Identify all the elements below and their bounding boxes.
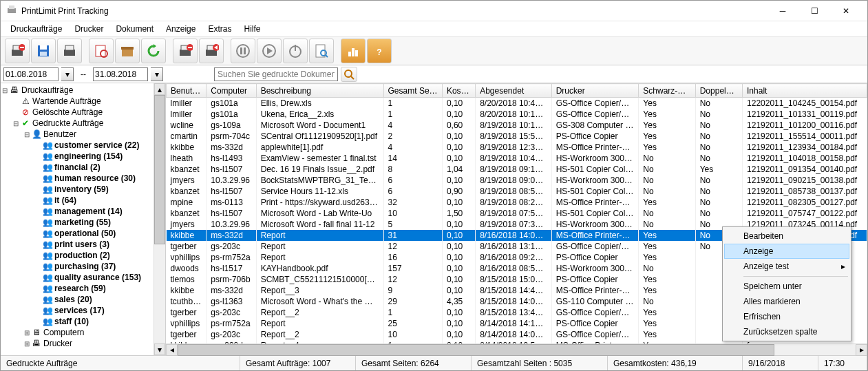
table-row[interactable]: kkibbems-332dapplewhite[1].pdf40,108/19/… — [167, 142, 867, 153]
search-input[interactable] — [214, 67, 338, 81]
scroll-down-icon[interactable]: ▾ — [154, 343, 165, 355]
cell: 12192011_085738_00137.pdf — [743, 186, 867, 197]
column-header[interactable]: Beschreibung — [256, 84, 383, 98]
users-icon: 👥 — [42, 294, 53, 305]
toolbar-archive-icon[interactable] — [115, 39, 140, 63]
table-row[interactable]: mpinems-0113Print - https://skyward.usd2… — [167, 197, 867, 208]
column-header[interactable]: Abgesendet — [476, 84, 552, 98]
menu-drucker[interactable]: Drucker — [69, 23, 109, 35]
toolbar-printer-cancel-icon[interactable] — [173, 39, 198, 63]
tree-user-item[interactable]: 👥it (64) — [1, 195, 154, 206]
table-row[interactable]: kbanzeths-l1507Microsoft Word - Lab Writ… — [167, 208, 867, 219]
cell: GS-Office Copier/Print... — [551, 109, 639, 120]
tree-user-item[interactable]: 👥customer service (22) — [1, 140, 154, 151]
tree-user-item[interactable]: 👥research (59) — [1, 283, 154, 294]
tree-user-item[interactable]: 👥sales (20) — [1, 294, 154, 305]
toolbar-printer-back-icon[interactable] — [199, 39, 224, 63]
tree-user-item[interactable]: 👥financial (2) — [1, 162, 154, 173]
scroll-thumb[interactable] — [154, 95, 165, 244]
cell: hs-l1507 — [207, 208, 256, 219]
cell: 0,10 — [442, 153, 475, 164]
table-row[interactable]: jmyers10.3.29.96BockStatsMWPTBRG_31_Test… — [167, 175, 867, 186]
tree-printers[interactable]: ⊞🖶Drucker — [1, 338, 154, 349]
menu-dokument[interactable]: Dokument — [110, 23, 159, 35]
close-button[interactable]: ✕ — [830, 1, 862, 21]
scroll-up-icon[interactable]: ▴ — [154, 83, 165, 95]
status-left: Gedruckte Aufträge — [1, 356, 240, 370]
menu-hilfe[interactable]: Hilfe — [238, 23, 266, 35]
tree-user-item[interactable]: 👥purchasing (37) — [1, 261, 154, 272]
menu-anzeige[interactable]: Anzeige — [160, 23, 201, 35]
tree-user-item[interactable]: 👥management (14) — [1, 206, 154, 217]
tree-user-item[interactable]: 👥print users (3) — [1, 239, 154, 250]
ctx-edit[interactable]: Bearbeiten — [724, 229, 849, 244]
sidebar-scrollbar[interactable]: ▴ ▾ — [154, 83, 165, 355]
toolbar-printer-remove-icon[interactable] — [5, 39, 30, 63]
column-header[interactable]: Benutzer — [167, 84, 207, 98]
table-header-row[interactable]: BenutzerComputerBeschreibungGesamt Seite… — [167, 84, 867, 98]
table-row[interactable]: kbanzeths-l1507Service Hours 11-12.xls60… — [167, 186, 867, 197]
tree-user-item[interactable]: 👥engineering (154) — [1, 151, 154, 162]
date-from-input[interactable] — [3, 67, 59, 81]
column-header[interactable]: Gesamt Seiten — [383, 84, 442, 98]
grid-hscroll[interactable]: ◂ ▸ — [166, 343, 867, 355]
cell: GS-Office Copier/Print... — [551, 329, 639, 340]
column-header[interactable]: Schwarz-weiß — [639, 84, 695, 98]
table-row[interactable]: cmartinpsrm-704cSCentral Of11121909520[1… — [167, 131, 867, 142]
ctx-select-all[interactable]: Alles markieren — [724, 294, 849, 309]
date-to-dropdown[interactable]: ▾ — [151, 67, 163, 81]
column-header[interactable]: Doppelseitig — [695, 84, 742, 98]
table-row[interactable]: lmillergs101aEllis, Drew.xls10,108/20/20… — [167, 98, 867, 109]
toolbar-document-search-icon[interactable] — [309, 39, 334, 63]
menu-extras[interactable]: Extras — [202, 23, 237, 35]
cell: Print - https://skyward.usd263.co... — [256, 197, 383, 208]
tree-user-item[interactable]: 👥production (2) — [1, 250, 154, 261]
tree-users[interactable]: ⊟👤Benutzer — [1, 129, 154, 140]
ctx-view-test[interactable]: Anzeige test▸ — [724, 259, 849, 274]
toolbar-preview-icon[interactable] — [89, 39, 114, 63]
ctx-refresh[interactable]: Erfrischen — [724, 309, 849, 324]
table-row[interactable]: kbanzeths-l1507Dec. 16 19 Finals Issue__… — [167, 164, 867, 175]
column-header[interactable]: Inhalt — [743, 84, 867, 98]
tree-user-item[interactable]: 👥human resource (30) — [1, 173, 154, 184]
column-header[interactable]: Computer — [207, 84, 256, 98]
tree-user-item[interactable]: 👥quality asurance (153) — [1, 272, 154, 283]
toolbar-save-icon[interactable] — [31, 39, 56, 63]
search-button[interactable] — [341, 67, 357, 82]
maximize-button[interactable]: ☐ — [798, 1, 830, 21]
toolbar-print-icon[interactable] — [57, 39, 82, 63]
tree-user-item[interactable]: 👥inventory (59) — [1, 184, 154, 195]
column-header[interactable]: Drucker — [551, 84, 639, 98]
toolbar-help-icon[interactable]: ? — [367, 39, 392, 63]
date-from-dropdown[interactable]: ▾ — [61, 67, 74, 81]
tree-user-item[interactable]: 👥marketing (55) — [1, 217, 154, 228]
scroll-right-icon[interactable]: ▸ — [856, 344, 867, 356]
scroll-left-icon[interactable]: ◂ — [166, 344, 178, 356]
column-header[interactable]: Kosten — [442, 84, 475, 98]
tree-deleted[interactable]: ⊘Gelöschte Aufträge — [1, 107, 154, 118]
toolbar-power-icon[interactable] — [283, 39, 308, 63]
ctx-view[interactable]: Anzeige — [724, 244, 849, 259]
date-to-input[interactable] — [93, 67, 148, 81]
table-row[interactable]: lmillergs101aUkena, Erica__2.xls10,108/2… — [167, 109, 867, 120]
svg-rect-0 — [8, 8, 16, 13]
tree-user-item[interactable]: 👥services (17) — [1, 305, 154, 316]
toolbar-play-icon[interactable] — [257, 39, 282, 63]
ctx-reset-column[interactable]: Zurücksetzen spalte — [724, 324, 849, 339]
hscroll-thumb[interactable] — [178, 344, 774, 356]
menu-druckauftraege[interactable]: Druckaufträge — [5, 23, 67, 35]
minimize-button[interactable]: ─ — [767, 1, 798, 21]
toolbar-pause-icon[interactable] — [231, 39, 255, 63]
tree[interactable]: ⊟🖶Druckaufträge ⚠Wartende Aufträge ⊘Gelö… — [1, 83, 154, 355]
tree-user-item[interactable]: 👥staff (10) — [1, 316, 154, 327]
tree-root[interactable]: ⊟🖶Druckaufträge — [1, 85, 154, 96]
ctx-save-as[interactable]: Speichern unter — [724, 279, 849, 294]
tree-printed[interactable]: ⊟✔Gedruckte Aufträge — [1, 118, 154, 129]
tree-user-item[interactable]: 👥operational (50) — [1, 228, 154, 239]
table-row[interactable]: wclinegs-109aMicrosoft Word - Document14… — [167, 120, 867, 131]
toolbar-refresh-icon[interactable] — [141, 39, 166, 63]
toolbar-chart-icon[interactable] — [341, 39, 366, 63]
tree-computers[interactable]: ⊞🖥Computern — [1, 327, 154, 338]
tree-pending[interactable]: ⚠Wartende Aufträge — [1, 96, 154, 107]
table-row[interactable]: lheathhs-l1493ExamView - semester 1 fina… — [167, 153, 867, 164]
